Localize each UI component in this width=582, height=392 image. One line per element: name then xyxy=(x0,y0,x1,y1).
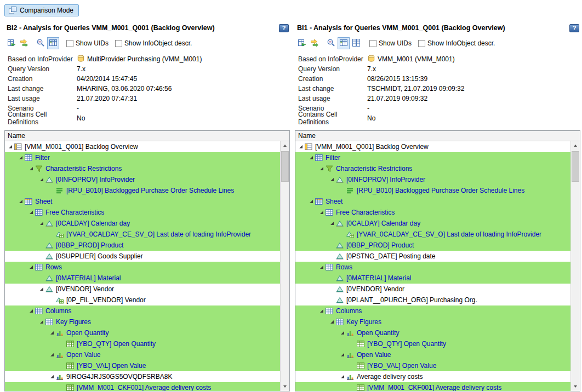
show-uids-checkbox[interactable]: Show UIDs xyxy=(369,39,412,47)
tree-node[interactable]: [0P_FIL_VENDOR] Vendor xyxy=(5,295,280,305)
tree-node[interactable]: [0PLANT__0PURCH_ORG] Purchasing Org. xyxy=(295,295,570,305)
expander-icon[interactable] xyxy=(17,196,24,207)
show-infoobject-descr-checkbox[interactable]: Show InfoObject descr. xyxy=(418,39,495,47)
checkbox-box[interactable] xyxy=(115,40,122,47)
tree-node[interactable]: [RPU_B010] Backlogged Purchase Order Sch… xyxy=(5,185,280,196)
expander-icon[interactable] xyxy=(318,163,325,174)
tree-node[interactable]: [0CALDAY] Calendar day xyxy=(295,218,570,229)
expander-icon[interactable] xyxy=(307,196,315,207)
tree-node[interactable]: [0MATERIAL] Material xyxy=(295,273,570,284)
scroll-down-button[interactable] xyxy=(281,382,289,391)
expander-icon[interactable] xyxy=(307,152,315,163)
tree-node[interactable]: [0BBP_PROD] Product xyxy=(5,240,280,251)
tree-node[interactable]: Columns xyxy=(5,305,280,316)
tree-node[interactable]: Rows xyxy=(5,262,280,273)
tree-node[interactable]: Open Quantity xyxy=(5,327,280,338)
checkbox-box[interactable] xyxy=(369,40,376,47)
tree-node[interactable]: [0BBP_PROD] Product xyxy=(295,240,570,251)
tree-node[interactable]: [0MATERIAL] Material xyxy=(5,273,280,284)
scroll-down-button[interactable] xyxy=(571,382,580,391)
tree-node[interactable]: Sheet xyxy=(295,196,570,207)
tree-node[interactable]: [YBO_QTY] Open Quantity xyxy=(295,338,570,349)
scrollbar-thumb[interactable] xyxy=(572,151,579,182)
expander-icon[interactable] xyxy=(318,207,325,218)
expander-icon[interactable] xyxy=(48,371,55,382)
expander-icon[interactable] xyxy=(38,218,45,229)
checkbox-box[interactable] xyxy=(418,40,425,47)
tree-node[interactable]: Open Value xyxy=(295,349,570,360)
expander-icon[interactable] xyxy=(27,163,35,174)
scroll-up-button[interactable] xyxy=(281,141,289,150)
tree-node[interactable]: [0PSTNG_DATE] Posting date xyxy=(295,251,570,262)
expander-icon[interactable] xyxy=(38,174,45,185)
tree-node[interactable]: [VMM_M001_Q001] Backlog Overview xyxy=(5,141,280,152)
tree-node[interactable]: [YBO_VAL] Open Value xyxy=(5,360,280,371)
tree-node[interactable]: [YBO_VAL] Open Value xyxy=(295,360,570,371)
tree-node[interactable]: [YVAR_0CALDAY_CE_SV_O] Last date of load… xyxy=(5,229,280,240)
transfer-query-button[interactable] xyxy=(18,37,30,49)
technical-names-button[interactable] xyxy=(47,37,59,49)
tree-node[interactable]: Filter xyxy=(295,152,570,163)
tree-node[interactable]: Key Figures xyxy=(295,316,570,327)
tree-node[interactable]: Average delivery costs xyxy=(295,371,570,382)
transfer-query-button[interactable] xyxy=(309,37,321,49)
tree-node[interactable]: [0INFOPROV] InfoProvider xyxy=(5,174,280,185)
expander-icon[interactable] xyxy=(328,174,335,185)
tree-node[interactable]: [VMM_M001_Q001] Backlog Overview xyxy=(295,141,570,152)
expander-icon[interactable] xyxy=(27,305,35,316)
tree-node[interactable]: Open Quantity xyxy=(295,327,570,338)
expander-icon[interactable] xyxy=(297,141,304,152)
vertical-scrollbar[interactable] xyxy=(280,141,289,391)
tree-node[interactable]: Characteristic Restrictions xyxy=(5,163,280,174)
tree-node[interactable]: Free Characteristics xyxy=(295,207,570,218)
expander-icon[interactable] xyxy=(48,349,55,360)
open-query-button[interactable] xyxy=(5,37,18,49)
open-query-button[interactable] xyxy=(296,37,308,49)
expander-icon[interactable] xyxy=(27,262,35,273)
scroll-up-button[interactable] xyxy=(571,141,580,150)
expander-icon[interactable] xyxy=(339,371,346,382)
tree-node[interactable]: [0CALDAY] Calendar day xyxy=(5,218,280,229)
tree-node[interactable]: Filter xyxy=(5,152,280,163)
expander-icon[interactable] xyxy=(38,316,45,327)
tree-node[interactable]: [RPU_B010] Backlogged Purchase Order Sch… xyxy=(295,185,570,196)
tree-node[interactable]: Open Value xyxy=(5,349,280,360)
tree-node[interactable]: Key Figures xyxy=(5,316,280,327)
zoom-out-button[interactable] xyxy=(35,37,47,49)
tree-node[interactable]: [VMM_M001_CKF001] Average delivery costs xyxy=(295,382,570,391)
expander-icon[interactable] xyxy=(7,141,14,152)
zoom-out-button[interactable] xyxy=(325,37,337,49)
technical-names-button[interactable] xyxy=(338,37,350,49)
comparison-mode-button[interactable]: Comparison Mode xyxy=(4,4,79,16)
expander-icon[interactable] xyxy=(17,152,24,163)
help-icon[interactable]: ? xyxy=(279,24,289,32)
expander-icon[interactable] xyxy=(339,327,346,338)
vertical-scrollbar[interactable] xyxy=(570,141,580,391)
expander-icon[interactable] xyxy=(328,218,335,229)
tree-node[interactable]: [YBO_QTY] Open Quantity xyxy=(5,338,280,349)
help-icon[interactable]: ? xyxy=(569,24,579,32)
tree-node[interactable]: Characteristic Restrictions xyxy=(295,163,570,174)
tree-node[interactable]: [0INFOPROV] InfoProvider xyxy=(295,174,570,185)
tree-node[interactable]: [0VENDOR] Vendor xyxy=(5,284,280,295)
expander-icon[interactable] xyxy=(38,284,45,295)
tree-node[interactable]: Sheet xyxy=(5,196,280,207)
expander-icon[interactable] xyxy=(27,207,35,218)
expander-icon[interactable] xyxy=(339,349,346,360)
scrollbar-thumb[interactable] xyxy=(281,151,289,182)
tree-node[interactable]: [YVAR_0CALDAY_CE_SV_O] Last date of load… xyxy=(295,229,570,240)
tree-node[interactable]: [VMM_M001_CKF001] Average delivery costs xyxy=(5,382,280,391)
expander-icon[interactable] xyxy=(318,305,325,316)
show-uids-checkbox[interactable]: Show UIDs xyxy=(66,39,109,47)
show-infoobject-descr-checkbox[interactable]: Show InfoObject descr. xyxy=(115,39,192,47)
tree-node[interactable]: 9IROG4JRJS0GS5OVQDFSRBA8K xyxy=(5,371,280,382)
expander-icon[interactable] xyxy=(318,262,325,273)
tree-node[interactable]: Columns xyxy=(295,305,570,316)
tree-node[interactable]: [0SUPPLIER] Goods Supplier xyxy=(5,251,280,262)
expander-icon[interactable] xyxy=(48,327,55,338)
grid-view-button[interactable] xyxy=(350,37,362,49)
tree-node[interactable]: [0VENDOR] Vendor xyxy=(295,284,570,295)
tree-node[interactable]: Rows xyxy=(295,262,570,273)
checkbox-box[interactable] xyxy=(66,40,73,47)
expander-icon[interactable] xyxy=(328,316,335,327)
